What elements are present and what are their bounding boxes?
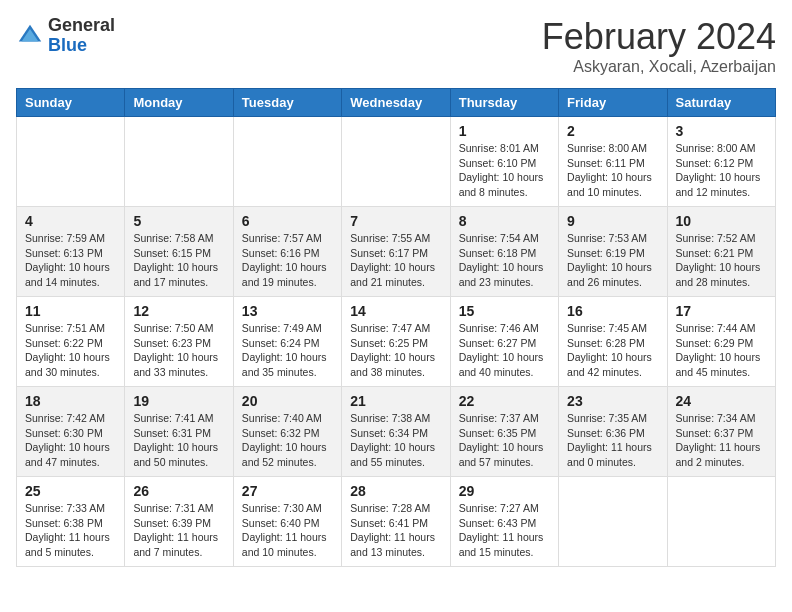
day-info: Sunrise: 7:37 AM Sunset: 6:35 PM Dayligh… bbox=[459, 411, 550, 470]
header-cell-saturday: Saturday bbox=[667, 89, 775, 117]
day-info: Sunrise: 7:42 AM Sunset: 6:30 PM Dayligh… bbox=[25, 411, 116, 470]
day-info: Sunrise: 7:40 AM Sunset: 6:32 PM Dayligh… bbox=[242, 411, 333, 470]
logo-icon bbox=[16, 22, 44, 50]
day-info: Sunrise: 8:00 AM Sunset: 6:11 PM Dayligh… bbox=[567, 141, 658, 200]
logo-blue: Blue bbox=[48, 35, 87, 55]
header-cell-thursday: Thursday bbox=[450, 89, 558, 117]
day-info: Sunrise: 7:33 AM Sunset: 6:38 PM Dayligh… bbox=[25, 501, 116, 560]
day-number: 6 bbox=[242, 213, 333, 229]
header: General Blue February 2024 Askyaran, Xoc… bbox=[16, 16, 776, 76]
day-number: 12 bbox=[133, 303, 224, 319]
calendar-cell: 7Sunrise: 7:55 AM Sunset: 6:17 PM Daylig… bbox=[342, 207, 450, 297]
day-number: 7 bbox=[350, 213, 441, 229]
calendar-cell: 12Sunrise: 7:50 AM Sunset: 6:23 PM Dayli… bbox=[125, 297, 233, 387]
day-info: Sunrise: 7:57 AM Sunset: 6:16 PM Dayligh… bbox=[242, 231, 333, 290]
calendar-table: SundayMondayTuesdayWednesdayThursdayFrid… bbox=[16, 88, 776, 567]
header-cell-friday: Friday bbox=[559, 89, 667, 117]
calendar-header: SundayMondayTuesdayWednesdayThursdayFrid… bbox=[17, 89, 776, 117]
day-info: Sunrise: 7:28 AM Sunset: 6:41 PM Dayligh… bbox=[350, 501, 441, 560]
calendar-cell: 28Sunrise: 7:28 AM Sunset: 6:41 PM Dayli… bbox=[342, 477, 450, 567]
calendar-cell bbox=[233, 117, 341, 207]
calendar-cell bbox=[17, 117, 125, 207]
calendar-cell: 2Sunrise: 8:00 AM Sunset: 6:11 PM Daylig… bbox=[559, 117, 667, 207]
calendar-cell: 6Sunrise: 7:57 AM Sunset: 6:16 PM Daylig… bbox=[233, 207, 341, 297]
calendar-cell bbox=[125, 117, 233, 207]
calendar-cell: 15Sunrise: 7:46 AM Sunset: 6:27 PM Dayli… bbox=[450, 297, 558, 387]
calendar-cell: 1Sunrise: 8:01 AM Sunset: 6:10 PM Daylig… bbox=[450, 117, 558, 207]
calendar-cell: 24Sunrise: 7:34 AM Sunset: 6:37 PM Dayli… bbox=[667, 387, 775, 477]
day-number: 24 bbox=[676, 393, 767, 409]
calendar-cell bbox=[667, 477, 775, 567]
header-cell-monday: Monday bbox=[125, 89, 233, 117]
day-info: Sunrise: 7:34 AM Sunset: 6:37 PM Dayligh… bbox=[676, 411, 767, 470]
day-number: 14 bbox=[350, 303, 441, 319]
calendar-cell: 14Sunrise: 7:47 AM Sunset: 6:25 PM Dayli… bbox=[342, 297, 450, 387]
week-row-1: 4Sunrise: 7:59 AM Sunset: 6:13 PM Daylig… bbox=[17, 207, 776, 297]
calendar-cell: 19Sunrise: 7:41 AM Sunset: 6:31 PM Dayli… bbox=[125, 387, 233, 477]
day-info: Sunrise: 7:49 AM Sunset: 6:24 PM Dayligh… bbox=[242, 321, 333, 380]
header-row: SundayMondayTuesdayWednesdayThursdayFrid… bbox=[17, 89, 776, 117]
calendar-cell: 16Sunrise: 7:45 AM Sunset: 6:28 PM Dayli… bbox=[559, 297, 667, 387]
day-number: 16 bbox=[567, 303, 658, 319]
day-number: 1 bbox=[459, 123, 550, 139]
day-info: Sunrise: 7:27 AM Sunset: 6:43 PM Dayligh… bbox=[459, 501, 550, 560]
day-info: Sunrise: 7:47 AM Sunset: 6:25 PM Dayligh… bbox=[350, 321, 441, 380]
calendar-cell: 13Sunrise: 7:49 AM Sunset: 6:24 PM Dayli… bbox=[233, 297, 341, 387]
day-info: Sunrise: 7:53 AM Sunset: 6:19 PM Dayligh… bbox=[567, 231, 658, 290]
calendar-cell: 22Sunrise: 7:37 AM Sunset: 6:35 PM Dayli… bbox=[450, 387, 558, 477]
day-info: Sunrise: 7:51 AM Sunset: 6:22 PM Dayligh… bbox=[25, 321, 116, 380]
day-number: 4 bbox=[25, 213, 116, 229]
header-cell-tuesday: Tuesday bbox=[233, 89, 341, 117]
subtitle: Askyaran, Xocali, Azerbaijan bbox=[542, 58, 776, 76]
calendar-cell: 11Sunrise: 7:51 AM Sunset: 6:22 PM Dayli… bbox=[17, 297, 125, 387]
calendar-cell: 25Sunrise: 7:33 AM Sunset: 6:38 PM Dayli… bbox=[17, 477, 125, 567]
day-info: Sunrise: 7:59 AM Sunset: 6:13 PM Dayligh… bbox=[25, 231, 116, 290]
day-number: 5 bbox=[133, 213, 224, 229]
day-number: 23 bbox=[567, 393, 658, 409]
day-number: 25 bbox=[25, 483, 116, 499]
calendar-cell bbox=[559, 477, 667, 567]
day-info: Sunrise: 7:45 AM Sunset: 6:28 PM Dayligh… bbox=[567, 321, 658, 380]
main-title: February 2024 bbox=[542, 16, 776, 58]
day-number: 28 bbox=[350, 483, 441, 499]
day-number: 17 bbox=[676, 303, 767, 319]
day-info: Sunrise: 7:54 AM Sunset: 6:18 PM Dayligh… bbox=[459, 231, 550, 290]
calendar-cell: 4Sunrise: 7:59 AM Sunset: 6:13 PM Daylig… bbox=[17, 207, 125, 297]
day-number: 8 bbox=[459, 213, 550, 229]
day-info: Sunrise: 7:31 AM Sunset: 6:39 PM Dayligh… bbox=[133, 501, 224, 560]
day-number: 18 bbox=[25, 393, 116, 409]
calendar-cell: 26Sunrise: 7:31 AM Sunset: 6:39 PM Dayli… bbox=[125, 477, 233, 567]
day-info: Sunrise: 7:55 AM Sunset: 6:17 PM Dayligh… bbox=[350, 231, 441, 290]
day-number: 11 bbox=[25, 303, 116, 319]
calendar-cell: 27Sunrise: 7:30 AM Sunset: 6:40 PM Dayli… bbox=[233, 477, 341, 567]
day-number: 29 bbox=[459, 483, 550, 499]
day-number: 26 bbox=[133, 483, 224, 499]
logo-text: General Blue bbox=[48, 16, 115, 56]
day-number: 21 bbox=[350, 393, 441, 409]
day-info: Sunrise: 7:35 AM Sunset: 6:36 PM Dayligh… bbox=[567, 411, 658, 470]
day-number: 19 bbox=[133, 393, 224, 409]
calendar-cell: 21Sunrise: 7:38 AM Sunset: 6:34 PM Dayli… bbox=[342, 387, 450, 477]
day-number: 9 bbox=[567, 213, 658, 229]
calendar-cell: 17Sunrise: 7:44 AM Sunset: 6:29 PM Dayli… bbox=[667, 297, 775, 387]
day-number: 10 bbox=[676, 213, 767, 229]
day-info: Sunrise: 7:52 AM Sunset: 6:21 PM Dayligh… bbox=[676, 231, 767, 290]
calendar-body: 1Sunrise: 8:01 AM Sunset: 6:10 PM Daylig… bbox=[17, 117, 776, 567]
day-info: Sunrise: 8:00 AM Sunset: 6:12 PM Dayligh… bbox=[676, 141, 767, 200]
calendar-cell: 3Sunrise: 8:00 AM Sunset: 6:12 PM Daylig… bbox=[667, 117, 775, 207]
calendar-cell: 8Sunrise: 7:54 AM Sunset: 6:18 PM Daylig… bbox=[450, 207, 558, 297]
logo: General Blue bbox=[16, 16, 115, 56]
calendar-cell: 29Sunrise: 7:27 AM Sunset: 6:43 PM Dayli… bbox=[450, 477, 558, 567]
day-info: Sunrise: 7:30 AM Sunset: 6:40 PM Dayligh… bbox=[242, 501, 333, 560]
day-number: 3 bbox=[676, 123, 767, 139]
day-info: Sunrise: 8:01 AM Sunset: 6:10 PM Dayligh… bbox=[459, 141, 550, 200]
day-number: 22 bbox=[459, 393, 550, 409]
day-info: Sunrise: 7:41 AM Sunset: 6:31 PM Dayligh… bbox=[133, 411, 224, 470]
week-row-2: 11Sunrise: 7:51 AM Sunset: 6:22 PM Dayli… bbox=[17, 297, 776, 387]
calendar-cell: 23Sunrise: 7:35 AM Sunset: 6:36 PM Dayli… bbox=[559, 387, 667, 477]
day-number: 27 bbox=[242, 483, 333, 499]
calendar-cell bbox=[342, 117, 450, 207]
day-info: Sunrise: 7:50 AM Sunset: 6:23 PM Dayligh… bbox=[133, 321, 224, 380]
header-cell-sunday: Sunday bbox=[17, 89, 125, 117]
day-info: Sunrise: 7:44 AM Sunset: 6:29 PM Dayligh… bbox=[676, 321, 767, 380]
